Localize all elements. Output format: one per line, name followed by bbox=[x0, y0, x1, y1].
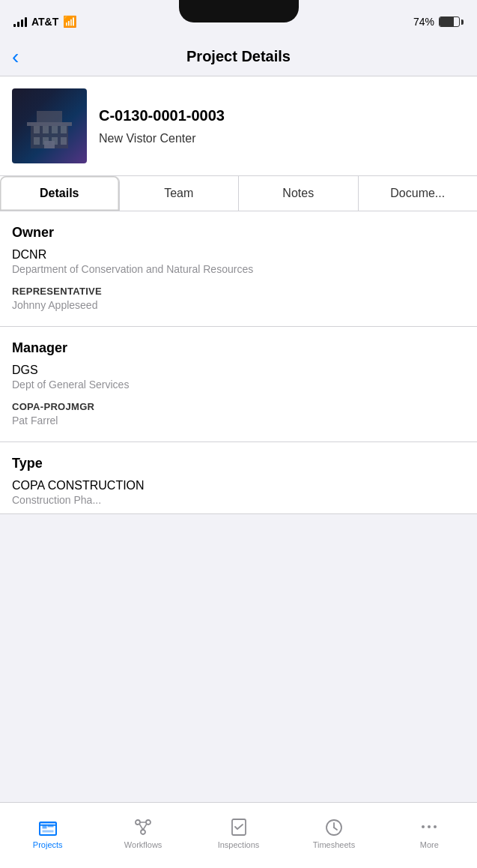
owner-section: Owner DCNR Department of Conservation an… bbox=[0, 211, 477, 327]
project-card: C-0130-0001-0003 New Vistor Center bbox=[0, 76, 477, 176]
nav-timesheets-label: Timesheets bbox=[313, 840, 355, 849]
manager-rep-label: COPA-PROJMGR bbox=[12, 401, 465, 412]
type-subvalue: Construction Pha... bbox=[12, 494, 465, 506]
svg-point-20 bbox=[141, 830, 145, 834]
nav-timesheets[interactable]: Timesheets bbox=[286, 803, 381, 856]
bottom-nav: Projects Workflows Inspections bbox=[0, 802, 477, 868]
svg-point-28 bbox=[422, 825, 425, 828]
status-right: 74% bbox=[413, 16, 464, 28]
owner-org-code: DCNR bbox=[12, 248, 465, 262]
tab-notes[interactable]: Notes bbox=[239, 176, 359, 211]
svg-point-30 bbox=[434, 825, 437, 828]
type-value: COPA CONSTRUCTION bbox=[12, 479, 465, 492]
nav-workflows-label: Workflows bbox=[124, 840, 162, 849]
svg-line-23 bbox=[143, 824, 147, 830]
svg-rect-6 bbox=[61, 126, 67, 133]
nav-workflows[interactable]: Workflows bbox=[95, 803, 190, 856]
svg-rect-2 bbox=[27, 122, 72, 126]
nav-inspections-label: Inspections bbox=[218, 840, 260, 849]
header: ‹ Project Details bbox=[0, 40, 477, 76]
signal-icon bbox=[13, 16, 27, 27]
nav-inspections[interactable]: Inspections bbox=[191, 803, 286, 856]
manager-org-name: Dept of General Services bbox=[12, 379, 465, 391]
svg-line-22 bbox=[139, 824, 143, 830]
battery-icon bbox=[439, 16, 464, 27]
manager-rep-name: Pat Farrel bbox=[12, 415, 465, 427]
manager-section-title: Manager bbox=[12, 340, 465, 356]
tab-team[interactable]: Team bbox=[120, 176, 240, 211]
more-icon bbox=[419, 816, 440, 837]
svg-rect-5 bbox=[52, 126, 58, 133]
nav-more[interactable]: More bbox=[382, 803, 477, 856]
svg-rect-11 bbox=[44, 141, 55, 148]
manager-org-code: DGS bbox=[12, 364, 465, 377]
status-bar: AT&T 📶 74% bbox=[0, 0, 477, 40]
projects-icon bbox=[37, 816, 58, 837]
svg-rect-7 bbox=[34, 137, 40, 145]
manager-section: Manager DGS Dept of General Services COP… bbox=[0, 327, 477, 442]
nav-projects[interactable]: Projects bbox=[0, 803, 95, 856]
project-info: C-0130-0001-0003 New Vistor Center bbox=[99, 107, 465, 145]
svg-rect-3 bbox=[34, 126, 40, 133]
project-id: C-0130-0001-0003 bbox=[99, 107, 465, 124]
tab-documents[interactable]: Docume... bbox=[359, 176, 478, 211]
battery-percent: 74% bbox=[413, 16, 434, 28]
tab-details[interactable]: Details bbox=[0, 176, 120, 211]
back-button[interactable]: ‹ bbox=[12, 46, 19, 67]
svg-line-27 bbox=[334, 828, 337, 830]
timesheets-icon bbox=[323, 816, 344, 837]
nav-projects-label: Projects bbox=[33, 840, 63, 849]
project-name: New Vistor Center bbox=[99, 132, 465, 145]
type-section: Type COPA CONSTRUCTION Construction Pha.… bbox=[0, 442, 477, 514]
type-section-title: Type bbox=[12, 456, 465, 471]
nav-more-label: More bbox=[420, 840, 439, 849]
workflows-icon bbox=[133, 816, 154, 837]
page-title: Project Details bbox=[186, 48, 291, 65]
svg-point-29 bbox=[428, 825, 431, 828]
owner-rep-name: Johnny Appleseed bbox=[12, 299, 465, 311]
owner-rep-label: REPRESENTATIVE bbox=[12, 286, 465, 297]
svg-rect-10 bbox=[61, 137, 67, 145]
inspections-icon bbox=[228, 816, 249, 837]
project-thumbnail bbox=[12, 88, 87, 163]
content-area: Owner DCNR Department of Conservation an… bbox=[0, 211, 477, 589]
tabs-container: Details Team Notes Docume... bbox=[0, 176, 477, 211]
carrier-label: AT&T bbox=[31, 16, 58, 28]
svg-rect-4 bbox=[43, 126, 49, 133]
status-left: AT&T 📶 bbox=[13, 15, 77, 28]
svg-rect-15 bbox=[43, 831, 53, 832]
wifi-icon: 📶 bbox=[63, 15, 77, 28]
notch bbox=[179, 0, 299, 22]
owner-section-title: Owner bbox=[12, 225, 465, 241]
owner-org-name: Department of Conservation and Natural R… bbox=[12, 263, 465, 275]
